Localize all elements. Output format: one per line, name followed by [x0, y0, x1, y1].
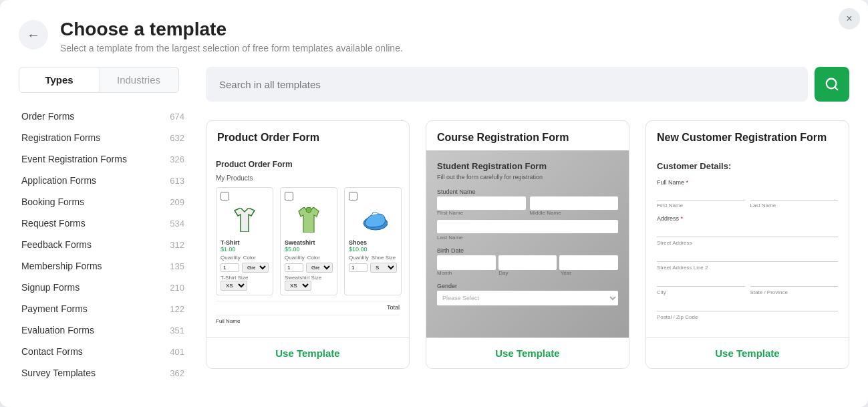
use-template-button-product[interactable]: Use Template	[206, 337, 409, 368]
first-name-input	[657, 188, 745, 201]
middle-name-label: Middle Name	[530, 210, 619, 216]
product-item-sweatshirt: Sweatshirt $5.00 Quantity Color Green	[280, 187, 337, 295]
sidebar-item-count: 534	[170, 219, 184, 229]
list-item[interactable]: Event Registration Forms 326	[19, 149, 187, 169]
product-quantity-row: Quantity Color	[285, 255, 320, 261]
date-row	[437, 255, 618, 270]
list-item[interactable]: Request Forms 534	[19, 213, 187, 233]
product-price: $10.00	[349, 246, 368, 253]
color-select[interactable]: Green	[242, 263, 269, 273]
tab-industries[interactable]: Industries	[99, 67, 178, 92]
customer-registration-preview: Customer Details: Full Name * First Name…	[646, 150, 849, 337]
template-card-header: Product Order Form	[206, 121, 409, 150]
product-input-row: Green	[285, 263, 333, 273]
product-item-tshirt: T-Shirt $1.00 Quantity Color Green	[216, 187, 273, 295]
use-template-button-customer[interactable]: Use Template	[646, 337, 849, 368]
search-icon	[825, 77, 839, 92]
last-name-input	[750, 188, 839, 201]
list-item[interactable]: Contact Forms 401	[19, 342, 187, 362]
quantity-input[interactable]	[285, 263, 303, 272]
gender-group: Gender Please Select	[437, 283, 618, 305]
product-checkbox[interactable]	[285, 192, 293, 200]
last-name-label: Last Name	[437, 235, 618, 241]
preview-form-subtitle: Fill out the form carefully for registra…	[437, 174, 618, 180]
list-item[interactable]: Order Forms 674	[19, 106, 187, 126]
sidebar-item-count: 210	[170, 283, 184, 293]
sidebar-item-label: Payment Forms	[21, 303, 88, 314]
template-card-new-customer: New Customer Registration Form Customer …	[645, 120, 849, 369]
product-checkbox[interactable]	[221, 192, 229, 200]
product-image-sweatshirt	[285, 203, 333, 237]
field-label: Gender	[437, 283, 618, 289]
sidebar-item-count: 326	[170, 154, 184, 164]
template-title: Course Registration Form	[437, 132, 618, 150]
gender-select[interactable]: Please Select	[437, 291, 618, 305]
color-select[interactable]: Green	[306, 263, 333, 273]
year-label: Year	[561, 270, 618, 276]
size-row: Sweatshirt Size XS	[285, 275, 321, 291]
list-item[interactable]: Membership Forms 135	[19, 256, 187, 276]
quantity-input[interactable]	[221, 263, 239, 272]
list-item[interactable]: Registration Forms 632	[19, 128, 187, 148]
field-label: Full Name *	[657, 179, 838, 186]
list-item[interactable]: Signup Forms 210	[19, 277, 187, 297]
sidebar-item-count: 362	[170, 368, 184, 378]
sidebar: Types Industries Order Forms 674 Registr…	[0, 67, 187, 391]
product-image-shoes	[349, 203, 397, 237]
sidebar-item-label: Contact Forms	[21, 346, 83, 357]
tshirt-icon	[231, 208, 258, 232]
size-select[interactable]: XS	[221, 281, 247, 291]
street-address-input	[657, 224, 838, 237]
city-state-labels: City State / Province	[657, 289, 838, 295]
day-select	[498, 255, 557, 270]
quantity-label: Quantity	[285, 255, 305, 261]
search-input[interactable]	[206, 67, 808, 102]
modal-header: ← Choose a template Select a template fr…	[0, 0, 868, 67]
search-button[interactable]	[815, 67, 849, 102]
year-select	[559, 255, 618, 270]
sidebar-item-count: 135	[170, 261, 184, 271]
list-item[interactable]: Feedback Forms 312	[19, 235, 187, 255]
field-label: Address *	[657, 215, 838, 222]
modal-title: Choose a template	[60, 19, 403, 40]
back-button[interactable]: ←	[19, 20, 48, 49]
tab-types[interactable]: Types	[19, 67, 99, 92]
sidebar-item-label: Booking Forms	[21, 196, 84, 207]
city-input	[657, 273, 745, 287]
quantity-input[interactable]	[349, 263, 368, 272]
svg-point-2	[306, 207, 311, 213]
shoe-size-select[interactable]: S	[370, 263, 397, 273]
product-name: Sweatshirt	[285, 239, 315, 246]
use-template-button-course[interactable]: Use Template	[426, 337, 629, 368]
product-input-row: Green	[221, 263, 269, 273]
template-preview: Customer Details: Full Name * First Name…	[646, 150, 849, 337]
list-item[interactable]: Payment Forms 122	[19, 299, 187, 319]
product-checkbox[interactable]	[349, 192, 357, 200]
sidebar-item-label: Signup Forms	[21, 282, 80, 293]
field-sublabels: First Name Middle Name	[437, 210, 618, 216]
header-text: Choose a template Select a template from…	[60, 19, 403, 53]
close-button[interactable]: ×	[839, 8, 860, 29]
sidebar-item-label: Event Registration Forms	[21, 154, 127, 164]
address-group: Address * Street Address Street Address …	[657, 215, 838, 320]
name-sublabels: First Name Last Name	[657, 202, 838, 209]
product-item-shoes: Shoes $10.00 Quantity Shoe Size S	[344, 187, 402, 295]
template-title: New Customer Registration Form	[657, 132, 838, 150]
list-item[interactable]: Survey Templates 362	[19, 363, 187, 383]
list-item[interactable]: Booking Forms 209	[19, 192, 187, 212]
preview-section-label: My Products	[216, 174, 400, 182]
modal-subtitle: Select a template from the largest selec…	[60, 43, 403, 53]
sidebar-item-count: 401	[170, 347, 184, 357]
list-item[interactable]: Application Forms 613	[19, 170, 187, 190]
quantity-label: Quantity	[349, 255, 369, 261]
list-item[interactable]: Evaluation Forms 351	[19, 320, 187, 340]
sidebar-item-count: 632	[170, 133, 184, 143]
city-label: City	[657, 289, 745, 295]
postal-input	[657, 298, 838, 311]
size-select[interactable]: XS	[285, 281, 311, 291]
sidebar-item-label: Membership Forms	[21, 261, 102, 271]
product-image-tshirt	[221, 203, 269, 237]
quantity-label: Quantity	[221, 255, 241, 261]
sidebar-item-count: 674	[170, 112, 184, 122]
color-label: Color	[307, 255, 320, 261]
